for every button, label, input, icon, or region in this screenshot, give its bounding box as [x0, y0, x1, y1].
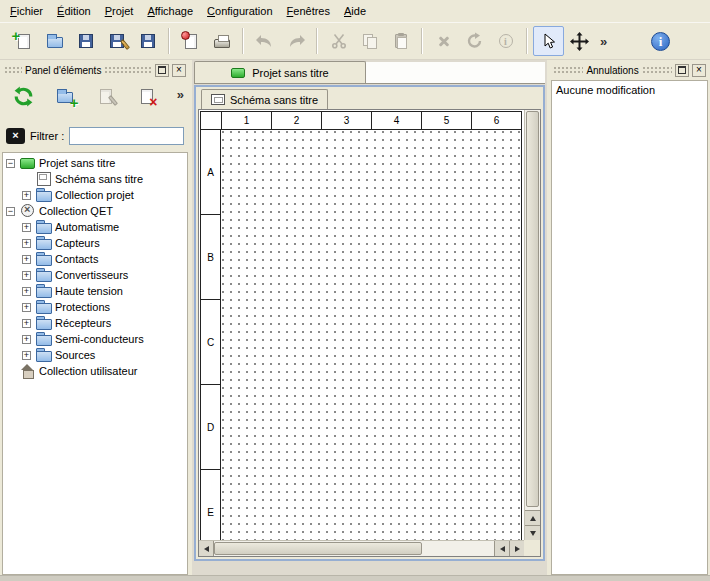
delete-element-icon	[141, 89, 153, 104]
undo-empty-text: Aucune modification	[556, 84, 703, 96]
tree-item[interactable]: Sources	[3, 347, 187, 363]
open-project-button[interactable]	[39, 26, 70, 56]
menu-item[interactable]: Configuration	[200, 2, 279, 20]
toolbar-overflow-button[interactable]: »	[595, 34, 612, 49]
delete-button[interactable]	[428, 26, 459, 56]
tree-item[interactable]: Capteurs	[3, 235, 187, 251]
elements-panel-title-bar[interactable]: Panel d'éléments ×	[2, 62, 188, 78]
tree-item[interactable]: Haute tension	[3, 283, 187, 299]
project-tab[interactable]: Projet sans titre	[194, 61, 366, 83]
tree-item[interactable]: Collection QET	[3, 203, 187, 219]
tree-expander[interactable]	[22, 255, 31, 264]
tree-expander[interactable]	[22, 271, 31, 280]
paste-button[interactable]	[385, 26, 416, 56]
tree-item[interactable]: Protections	[3, 299, 187, 315]
print-button[interactable]	[206, 26, 237, 56]
save-as-button[interactable]	[101, 26, 132, 56]
info-blue-icon	[651, 32, 670, 51]
vertical-scrollbar-buttons	[525, 510, 540, 540]
toolbar-separator	[168, 28, 170, 54]
tree-item[interactable]: Automatisme	[3, 219, 187, 235]
ruler-corner	[201, 112, 221, 130]
menu-item[interactable]: Affichage	[140, 2, 200, 20]
tree-item[interactable]: Récepteurs	[3, 315, 187, 331]
new-document-button[interactable]	[8, 26, 39, 56]
delete-element-button[interactable]	[131, 81, 162, 111]
menu-item[interactable]: Projet	[98, 2, 141, 20]
tree-item[interactable]: Schéma sans titre	[3, 171, 187, 187]
tree-expander[interactable]	[22, 191, 31, 200]
undo-icon	[255, 33, 275, 49]
tree-expander[interactable]	[22, 351, 31, 360]
tree-item-icon	[35, 220, 52, 234]
element-tree[interactable]: Projet sans titre Schéma sans titre Coll…	[2, 152, 188, 575]
scroll-up-button[interactable]	[525, 510, 540, 525]
tree-item[interactable]: Projet sans titre	[3, 155, 187, 171]
scroll-left-button-2[interactable]	[494, 541, 509, 556]
tree-item[interactable]: Contacts	[3, 251, 187, 267]
clear-filter-button[interactable]	[6, 128, 25, 144]
tree-expander[interactable]	[22, 303, 31, 312]
elements-panel-toolbar: »	[2, 78, 188, 114]
horizontal-scrollbar[interactable]	[199, 540, 524, 556]
new-element-button[interactable]	[49, 81, 80, 111]
reload-collections-button[interactable]	[8, 81, 39, 111]
cut-button[interactable]	[323, 26, 354, 56]
tree-item-icon	[35, 172, 52, 186]
float-panel-button[interactable]	[675, 64, 689, 77]
undo-button[interactable]	[249, 26, 280, 56]
panel-overflow-button[interactable]: »	[177, 87, 184, 102]
undo-history-list[interactable]: Aucune modification	[551, 80, 708, 575]
float-panel-button[interactable]	[155, 64, 169, 77]
horizontal-scrollbar-track[interactable]	[422, 541, 494, 556]
arrow-right-icon	[515, 546, 520, 552]
tree-item[interactable]: Convertisseurs	[3, 267, 187, 283]
scroll-right-button[interactable]	[509, 541, 524, 556]
cursor-arrow-icon	[542, 33, 556, 50]
close-panel-button[interactable]: ×	[172, 64, 186, 77]
move-tool-button[interactable]	[564, 26, 595, 56]
tree-expander[interactable]	[6, 207, 15, 216]
tree-item[interactable]: Collection utilisateur	[3, 363, 187, 379]
rotate-button[interactable]	[459, 26, 490, 56]
tree-item-label: Collection QET	[39, 205, 113, 217]
tree-expander[interactable]	[22, 239, 31, 248]
menu-item[interactable]: Édition	[50, 2, 98, 20]
about-button[interactable]	[645, 26, 676, 56]
horizontal-scrollbar-thumb[interactable]	[214, 542, 422, 555]
tree-item[interactable]: Semi-conducteurs	[3, 331, 187, 347]
menu-item[interactable]: Fichier	[3, 2, 50, 20]
save-button[interactable]	[70, 26, 101, 56]
menu-item[interactable]: Fenêtres	[280, 2, 337, 20]
tree-expander[interactable]	[22, 335, 31, 344]
tree-item-label: Collection projet	[55, 189, 134, 201]
redo-button[interactable]	[280, 26, 311, 56]
filter-input[interactable]	[69, 127, 184, 145]
tree-item-icon	[35, 316, 52, 330]
copy-button[interactable]	[354, 26, 385, 56]
edit-element-button[interactable]	[90, 81, 121, 111]
undo-panel-title-bar[interactable]: Annulations ×	[551, 62, 708, 78]
tree-expander[interactable]	[22, 287, 31, 296]
mdi-area: Projet sans titre Schéma sans titre 1234…	[192, 60, 547, 575]
vertical-scrollbar[interactable]	[524, 110, 540, 540]
scroll-left-button[interactable]	[199, 541, 214, 556]
tree-expander[interactable]	[6, 159, 15, 168]
close-file-button[interactable]	[175, 26, 206, 56]
tree-expander[interactable]	[22, 223, 31, 232]
element-info-button[interactable]	[490, 26, 521, 56]
schema-canvas[interactable]	[221, 130, 521, 555]
diagram-paper: 123456 ABCDE	[200, 111, 522, 556]
menu-item[interactable]: Aide	[337, 2, 373, 20]
tree-item[interactable]: Collection projet	[3, 187, 187, 203]
close-panel-button[interactable]: ×	[692, 64, 706, 77]
tree-expander[interactable]	[22, 319, 31, 328]
schema-tab[interactable]: Schéma sans titre	[201, 89, 328, 109]
tree-item-label: Contacts	[55, 253, 98, 265]
save-all-button[interactable]	[132, 26, 163, 56]
vertical-scrollbar-thumb[interactable]	[526, 111, 539, 507]
select-tool-button[interactable]	[533, 26, 564, 56]
scroll-down-button[interactable]	[525, 525, 540, 540]
filter-row: Filtrer :	[2, 124, 188, 148]
arrow-down-icon	[530, 531, 536, 536]
